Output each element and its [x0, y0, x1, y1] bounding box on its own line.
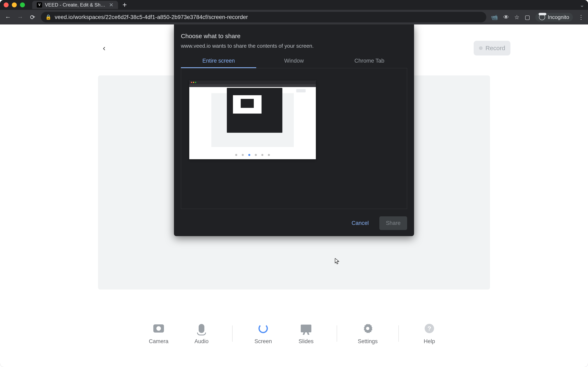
modal-tabs: Entire screen Window Chrome Tab	[181, 54, 407, 68]
slides-label: Slides	[298, 338, 314, 345]
gear-icon	[363, 324, 372, 333]
incognito-icon	[539, 14, 545, 20]
camera-tool[interactable]: Camera	[146, 322, 171, 345]
camera-icon	[153, 324, 164, 333]
lock-icon: 🔒	[45, 14, 52, 20]
camera-indicator-icon[interactable]: 📹	[491, 14, 498, 21]
record-label: Record	[485, 45, 505, 52]
page-viewport: ‹ Record Camera Audio	[0, 25, 588, 367]
browser-tab[interactable]: V VEED - Create, Edit & Share Vi ✕	[32, 1, 118, 9]
browser-window: V VEED - Create, Edit & Share Vi ✕ + ⌄ ←…	[0, 0, 588, 367]
screen-loading-icon	[259, 324, 268, 333]
new-tab-button[interactable]: +	[122, 1, 127, 9]
help-tool[interactable]: ? Help	[417, 322, 442, 345]
slides-tool[interactable]: Slides	[294, 322, 318, 345]
address-bar: ← → ⟳ 🔒 veed.io/workspaces/22ce6d2f-38c5…	[0, 10, 588, 25]
audio-label: Audio	[194, 338, 208, 345]
screen-label: Screen	[254, 338, 272, 345]
panel-icon[interactable]: ▢	[525, 14, 530, 21]
close-tab-icon[interactable]: ✕	[109, 2, 113, 8]
toolbar-icons: 📹 👁 ☆ ▢ Incognito ⋮	[491, 13, 584, 22]
separator	[337, 325, 337, 342]
screen-tool[interactable]: Screen	[251, 322, 276, 345]
settings-label: Settings	[358, 338, 378, 345]
tab-favicon: V	[37, 2, 42, 8]
titlebar: V VEED - Create, Edit & Share Vi ✕ + ⌄	[0, 0, 588, 10]
url-text: veed.io/workspaces/22ce6d2f-38c5-4df1-a8…	[55, 14, 248, 20]
share-button[interactable]: Share	[379, 216, 407, 230]
separator	[398, 325, 399, 342]
cancel-button[interactable]: Cancel	[345, 216, 375, 230]
tab-title: VEED - Create, Edit & Share Vi	[45, 2, 106, 8]
help-icon: ?	[425, 324, 434, 333]
audio-tool[interactable]: Audio	[189, 322, 214, 345]
tab-window[interactable]: Window	[256, 54, 332, 68]
settings-tool[interactable]: Settings	[355, 322, 380, 345]
eye-off-icon[interactable]: 👁	[503, 14, 509, 21]
forward-button[interactable]: →	[16, 13, 24, 21]
incognito-label: Incognito	[548, 14, 569, 20]
app-back-button[interactable]: ‹	[98, 42, 110, 54]
close-window-button[interactable]	[4, 2, 9, 7]
modal-subtitle: www.veed.io wants to share the contents …	[181, 43, 407, 49]
share-screen-modal: Choose what to share www.veed.io wants t…	[174, 25, 414, 236]
microphone-icon	[199, 324, 204, 333]
screen-thumbnail[interactable]	[189, 81, 316, 159]
kebab-menu-icon[interactable]: ⋮	[578, 14, 584, 21]
record-dot-icon	[479, 46, 483, 50]
window-controls	[4, 2, 25, 7]
tab-chrome-tab[interactable]: Chrome Tab	[332, 54, 407, 68]
reload-button[interactable]: ⟳	[29, 13, 36, 21]
modal-title: Choose what to share	[181, 33, 407, 40]
tabs-overflow-icon[interactable]: ⌄	[580, 2, 584, 8]
tab-entire-screen[interactable]: Entire screen	[181, 54, 256, 68]
maximize-window-button[interactable]	[20, 2, 25, 7]
bookmark-star-icon[interactable]: ☆	[514, 14, 519, 21]
modal-actions: Cancel Share	[181, 216, 407, 230]
camera-label: Camera	[149, 338, 168, 345]
omnibox[interactable]: 🔒 veed.io/workspaces/22ce6d2f-38c5-4df1-…	[41, 12, 486, 22]
separator	[232, 325, 233, 342]
incognito-badge[interactable]: Incognito	[535, 13, 573, 22]
screen-preview-area	[181, 68, 407, 209]
slides-icon	[301, 325, 311, 332]
help-label: Help	[424, 338, 435, 345]
record-button[interactable]: Record	[474, 41, 510, 55]
minimize-window-button[interactable]	[12, 2, 17, 7]
back-button[interactable]: ←	[4, 13, 12, 21]
bottom-toolbar: Camera Audio Screen Slides	[0, 322, 588, 345]
